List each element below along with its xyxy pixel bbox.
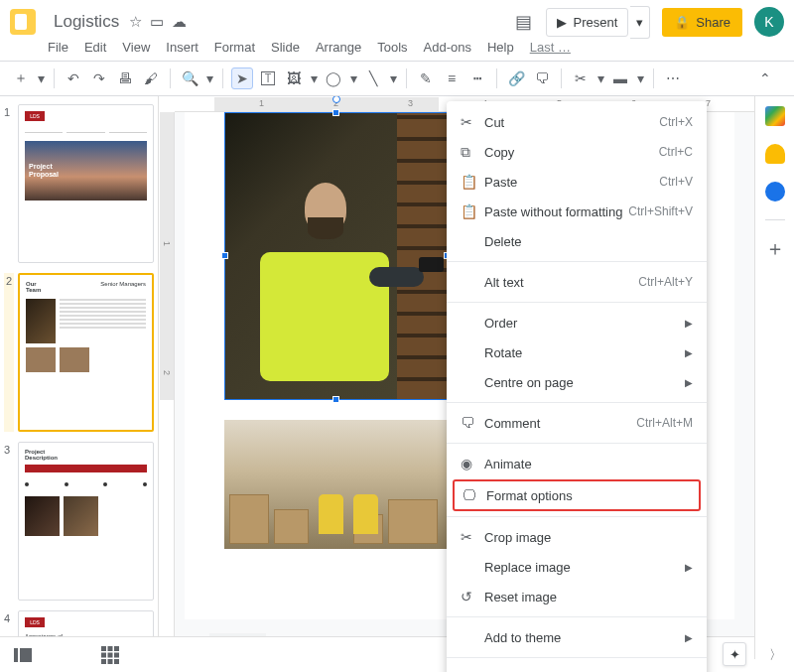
paint-format-button[interactable]: 🖌 — [140, 67, 162, 89]
last-edit-link[interactable]: Last … — [530, 40, 571, 55]
keep-icon[interactable] — [765, 144, 785, 164]
new-slide-dropdown[interactable]: ▾ — [36, 67, 46, 89]
animate-icon: ◉ — [461, 456, 484, 471]
image-tool[interactable]: 🖼 — [283, 67, 305, 89]
ctx-copy[interactable]: ⧉CopyCtrl+C — [447, 137, 707, 167]
star-icon[interactable]: ☆ — [129, 13, 142, 31]
zoom-button[interactable]: 🔍 — [179, 67, 200, 89]
slide-thumb-1[interactable]: LDS Project Proposal — [18, 104, 154, 263]
ctx-add-to-theme[interactable]: Add to theme▶ — [447, 622, 707, 652]
thumb1-title: Project Proposal — [29, 163, 59, 180]
menu-help[interactable]: Help — [487, 40, 514, 55]
image-dropdown[interactable]: ▾ — [309, 67, 319, 89]
rotate-handle[interactable] — [332, 96, 340, 103]
copy-icon: ⧉ — [461, 144, 484, 161]
submenu-arrow-icon: ▶ — [685, 318, 693, 329]
share-button[interactable]: 🔒 Share — [662, 8, 742, 37]
present-label: Present — [573, 15, 617, 30]
menu-arrange[interactable]: Arrange — [316, 40, 361, 55]
ctx-delete[interactable]: Delete — [447, 226, 707, 256]
link-button[interactable]: 🔗 — [505, 67, 527, 89]
line-tool[interactable]: ╲ — [362, 67, 384, 89]
print-button[interactable]: 🖶 — [114, 67, 136, 89]
paste-plain-icon: 📋 — [461, 203, 484, 219]
menu-view[interactable]: View — [122, 40, 150, 55]
ctx-replace-image[interactable]: Replace image▶ — [447, 552, 707, 582]
resize-handle-s[interactable] — [332, 396, 339, 403]
svg-rect-4 — [114, 646, 119, 651]
addons-plus-icon[interactable]: ＋ — [765, 238, 785, 258]
thumb-number-2: 2 — [4, 273, 14, 432]
ctx-crop-image[interactable]: ✂Crop image — [447, 522, 707, 552]
menu-slide[interactable]: Slide — [271, 40, 300, 55]
menu-format[interactable]: Format — [214, 40, 255, 55]
ctx-cut[interactable]: ✂CutCtrl+X — [447, 107, 707, 137]
grid-view-icon[interactable] — [101, 646, 119, 664]
filmstrip-view-icon[interactable] — [14, 646, 32, 664]
move-icon[interactable]: ▭ — [150, 13, 164, 31]
selected-image[interactable] — [224, 112, 448, 400]
warehouse-image[interactable] — [224, 420, 448, 549]
undo-button[interactable]: ↶ — [63, 67, 84, 89]
border-dash-button[interactable]: ┅ — [466, 67, 488, 89]
comment-button[interactable]: 🗨 — [531, 67, 553, 89]
mask-image-button[interactable]: ✂ — [570, 67, 592, 89]
ctx-paste[interactable]: 📋PasteCtrl+V — [447, 167, 707, 197]
ctx-rotate[interactable]: Rotate▶ — [447, 337, 707, 367]
shape-tool[interactable]: ◯ — [323, 67, 344, 89]
context-menu: ✂CutCtrl+X ⧉CopyCtrl+C 📋PasteCtrl+V 📋Pas… — [447, 101, 707, 672]
menu-tools[interactable]: Tools — [377, 40, 407, 55]
comments-icon[interactable]: ▤ — [515, 11, 532, 33]
tasks-icon[interactable] — [765, 182, 785, 202]
collapse-toolbar-button[interactable]: ⌃ — [754, 67, 776, 89]
svg-rect-5 — [101, 652, 106, 657]
present-dropdown[interactable]: ▾ — [630, 6, 650, 39]
ctx-comment[interactable]: 🗨CommentCtrl+Alt+M — [447, 408, 707, 438]
present-button[interactable]: ▶ Present — [546, 8, 628, 37]
resize-handle-n[interactable] — [332, 109, 339, 116]
explore-button[interactable]: ✦ — [723, 642, 746, 666]
ctx-reset-image[interactable]: ↺Reset image — [447, 582, 707, 611]
menu-addons[interactable]: Add-ons — [424, 40, 471, 55]
submenu-arrow-icon: ▶ — [685, 632, 693, 643]
border-color-button[interactable]: ✎ — [415, 67, 437, 89]
slide-thumb-2[interactable]: Our TeamSenior Managers — [18, 273, 154, 432]
account-avatar[interactable]: K — [754, 7, 784, 37]
menubar: File Edit View Insert Format Slide Arran… — [0, 38, 794, 61]
submenu-arrow-icon: ▶ — [685, 347, 693, 358]
menu-edit[interactable]: Edit — [84, 40, 106, 55]
cloud-icon[interactable]: ☁ — [172, 13, 187, 31]
doc-title[interactable]: Logistics — [54, 12, 119, 32]
ctx-paste-without-formatting[interactable]: 📋Paste without formattingCtrl+Shift+V — [447, 197, 707, 226]
slide-thumb-3[interactable]: Project Description — [18, 442, 154, 601]
new-slide-button[interactable]: ＋ — [10, 67, 32, 89]
ctx-order[interactable]: Order▶ — [447, 308, 707, 337]
ctx-format-options[interactable]: 🖵Format options — [453, 479, 701, 511]
toolbar: ＋ ▾ ↶ ↷ 🖶 🖌 🔍 ▾ ➤ 🅃 🖼 ▾ ◯ ▾ ╲ ▾ ✎ ≡ ┅ 🔗 … — [0, 61, 794, 96]
redo-button[interactable]: ↷ — [88, 67, 110, 89]
calendar-icon[interactable] — [765, 106, 785, 126]
resize-handle-w[interactable] — [221, 252, 228, 259]
ctx-animate[interactable]: ◉Animate — [447, 449, 707, 478]
recolor-button[interactable]: ▬ — [609, 67, 631, 89]
menu-file[interactable]: File — [48, 40, 68, 55]
ruler-vertical[interactable]: 1 2 — [159, 112, 175, 659]
ctx-save-to-keep[interactable]: ◈Save to Keep — [447, 663, 707, 672]
line-dropdown[interactable]: ▾ — [388, 67, 398, 89]
ctx-alt-text[interactable]: Alt textCtrl+Alt+Y — [447, 267, 707, 297]
textbox-tool[interactable]: 🅃 — [257, 67, 279, 89]
hide-sidepanel-chevron-icon[interactable]: 〉 — [769, 646, 782, 664]
shape-dropdown[interactable]: ▾ — [348, 67, 358, 89]
mask-dropdown[interactable]: ▾ — [596, 67, 605, 89]
select-tool[interactable]: ➤ — [231, 67, 253, 89]
menu-insert[interactable]: Insert — [166, 40, 198, 55]
more-button[interactable]: ⋯ — [662, 67, 684, 89]
ctx-centre-on-page[interactable]: Centre on page▶ — [447, 367, 707, 397]
side-panel: ＋ — [754, 96, 794, 659]
zoom-dropdown[interactable]: ▾ — [204, 67, 214, 89]
border-weight-button[interactable]: ≡ — [441, 67, 463, 89]
recolor-dropdown[interactable]: ▾ — [635, 67, 645, 89]
slides-logo-icon[interactable] — [10, 9, 36, 35]
paste-icon: 📋 — [461, 174, 484, 190]
svg-rect-8 — [101, 659, 106, 664]
